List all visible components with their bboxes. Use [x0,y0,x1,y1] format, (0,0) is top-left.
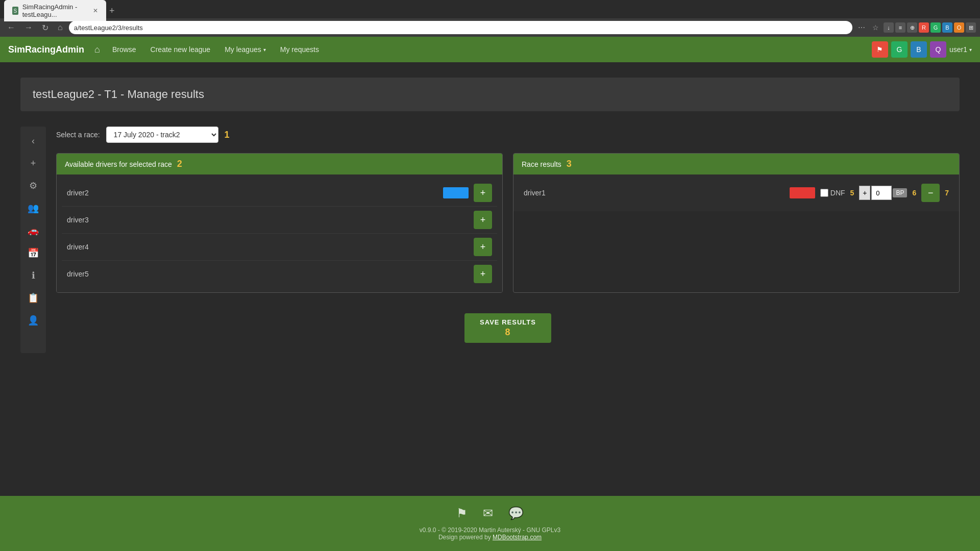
step-3-badge: 3 [567,159,572,169]
driver-row: driver3 + [62,207,497,234]
race-results-title: Race results [522,160,561,168]
active-tab: S SimRacingAdmin - testLeagu... ✕ [4,0,106,21]
ext-icon-3[interactable]: ⊕ [907,22,917,33]
brand[interactable]: SimRacingAdmin [8,44,84,55]
driver-name: driver4 [67,243,469,251]
points-decrease-btn[interactable]: + [859,186,870,200]
page-header: testLeague2 - T1 - Manage results [20,78,960,111]
race-results-panel: Race results 3 driver1 DNF [513,153,960,293]
new-tab-btn[interactable]: + [106,6,118,16]
save-results-btn[interactable]: SAVE RESULTS 8 [464,313,551,343]
navbar-icon-red[interactable]: ⚑ [872,41,888,58]
race-results-header: Race results 3 [513,154,959,174]
dnf-check: DNF [820,189,845,197]
save-section: SAVE RESULTS 8 [56,303,960,353]
navbar: SimRacingAdmin ⌂ Browse Create new leagu… [0,37,980,62]
home-icon[interactable]: ⌂ [94,44,100,55]
tab-favicon: S [12,7,18,15]
nav-browse[interactable]: Browse [106,41,142,58]
available-drivers-header: Available drivers for selected race 2 [57,154,502,174]
step-1-badge: 1 [225,130,230,140]
bp-label: BP [893,188,907,197]
result-row: driver1 DNF 5 + BP [519,180,954,206]
refresh-btn[interactable]: ↻ [39,22,52,34]
ext-icon-green[interactable]: G [930,22,941,33]
ext-icon-orange[interactable]: O [954,22,964,33]
driver-row: driver4 + [62,234,497,261]
ext-icon-grid[interactable]: ⊞ [966,22,976,33]
forward-btn[interactable]: → [21,22,36,33]
driver-name: driver2 [67,189,438,197]
ext-icon-red[interactable]: R [919,22,929,33]
sidebar-icon-add[interactable]: + [24,154,42,172]
available-drivers-body: driver2 + driver3 + driver4 [57,174,502,292]
footer-icon-email[interactable]: ✉ [483,506,493,520]
driver-color [443,187,469,198]
extension-icons: ↓ ≡ ⊕ R G B O ⊞ [884,22,976,33]
nav-my-requests[interactable]: My requests [274,41,325,58]
home-nav-btn[interactable]: ⌂ [55,22,66,33]
panels-row: Available drivers for selected race 2 dr… [56,153,960,293]
nav-create-league[interactable]: Create new league [144,41,217,58]
sidebar-icon-results[interactable]: 📋 [24,289,42,307]
navbar-icon-purple[interactable]: Q [930,41,946,58]
footer-icon-gitlab[interactable]: ⚑ [456,506,468,520]
ext-icon-1[interactable]: ↓ [884,22,894,33]
navbar-icon-blue[interactable]: B [911,41,927,58]
sidebar: ‹ + ⚙ 👥 🚗 📅 ℹ 📋 👤 [20,127,46,353]
step-8-badge: 8 [505,327,510,338]
add-driver5-btn[interactable]: + [474,265,492,283]
sidebar-icon-calendar[interactable]: 📅 [24,244,42,262]
dnf-label: DNF [830,189,845,197]
dnf-checkbox[interactable] [820,189,828,197]
step-6-badge: 6 [912,189,916,197]
sidebar-icon-back[interactable]: ‹ [24,132,42,150]
race-selector-label: Select a race: [56,131,100,139]
footer-icons: ⚑ ✉ 💬 [10,506,970,520]
footer-mdbootstrap-link[interactable]: MDBootstrap.com [493,534,542,541]
user-dropdown-arrow: ▾ [969,47,972,53]
sidebar-icon-info[interactable]: ℹ [24,266,42,285]
race-results-body: driver1 DNF 5 + BP [513,174,959,211]
ext-icon-2[interactable]: ≡ [895,22,905,33]
user-menu[interactable]: user1 ▾ [949,45,972,54]
back-btn[interactable]: ← [4,22,18,33]
main-content: testLeague2 - T1 - Manage results ‹ + ⚙ … [0,62,980,496]
tab-close-btn[interactable]: ✕ [93,7,98,14]
tab-bar: S SimRacingAdmin - testLeagu... ✕ + [0,0,980,18]
nav-my-leagues[interactable]: My leagues ▾ [218,41,272,58]
footer: ⚑ ✉ 💬 v0.9.0 - © 2019-2020 Martin Auters… [0,496,980,551]
remove-driver1-btn[interactable]: − [921,184,940,202]
driver-name: driver3 [67,216,469,224]
sidebar-icon-car[interactable]: 🚗 [24,221,42,240]
navbar-links: Browse Create new league My leagues ▾ My… [106,41,872,58]
step-2-badge: 2 [177,159,182,169]
add-driver2-btn[interactable]: + [474,184,492,202]
add-driver3-btn[interactable]: + [474,211,492,229]
bookmark-btn[interactable]: ☆ [870,22,881,33]
footer-design: Design powered by MDBootstrap.com [10,534,970,541]
add-driver4-btn[interactable]: + [474,238,492,256]
browser-toolbar: ← → ↻ ⌂ ⋯ ☆ ↓ ≡ ⊕ R G B O ⊞ [0,18,980,37]
driver-row: driver2 + [62,180,497,207]
result-driver-name: driver1 [524,189,785,197]
url-input[interactable] [74,24,847,32]
race-select[interactable]: 17 July 2020 - track2 [106,127,218,143]
sidebar-icon-manage-users[interactable]: 👤 [24,311,42,330]
sidebar-icon-settings[interactable]: ⚙ [24,177,42,195]
footer-icon-discord[interactable]: 💬 [508,506,524,520]
available-drivers-panel: Available drivers for selected race 2 dr… [56,153,503,293]
navbar-icon-green[interactable]: G [891,41,908,58]
sidebar-icon-users[interactable]: 👥 [24,199,42,217]
address-bar[interactable] [69,21,852,34]
content-wrapper: ‹ + ⚙ 👥 🚗 📅 ℹ 📋 👤 Select a race: 17 July… [20,127,960,353]
extensions-btn[interactable]: ⋯ [855,22,868,33]
points-input: + BP [859,186,907,200]
tab-title: SimRacingAdmin - testLeagu... [22,3,89,18]
available-drivers-title: Available drivers for selected race [65,160,172,168]
points-field[interactable] [871,186,892,200]
result-driver-color [790,187,815,198]
ext-icon-blue[interactable]: B [942,22,952,33]
driver-row: driver5 + [62,261,497,287]
footer-copyright: v0.9.0 - © 2019-2020 Martin Auterský - G… [10,527,970,541]
